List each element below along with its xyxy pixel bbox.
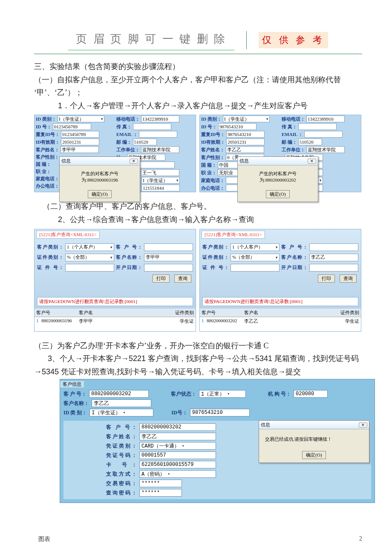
section3-heading: 三、实验结果（包含简要的实验步骤流程） <box>34 60 362 73</box>
a-id-type[interactable]: I（学生证） <box>58 116 104 122</box>
a-fax-label: 传 真： <box>116 124 132 130</box>
s1-intro-line2: ‘甲’、‘乙’）； <box>34 86 362 99</box>
qa-print-button[interactable]: 打印 <box>153 275 170 283</box>
b-fax-label: 传 真： <box>282 124 297 130</box>
c-status[interactable]: 1（正常） <box>199 390 246 398</box>
query-tab-b[interactable]: [5221]客户查询<XML:6311> <box>202 231 265 239</box>
qb-query-button[interactable]: 查询 <box>340 275 357 283</box>
b-email[interactable] <box>304 131 343 138</box>
table-row[interactable]: 18802000003196李甲甲学生证 <box>35 317 196 325</box>
a-work-label: 工作单位： <box>116 147 140 153</box>
a-id-no[interactable]: 0123456789 <box>53 123 91 130</box>
a-id-valid[interactable]: 20501231 <box>61 139 99 145</box>
b-work[interactable]: 蓝翔技术学院 <box>306 146 345 153</box>
ci-cert-type[interactable]: CARD（一卡通） <box>139 442 216 450</box>
qb-cust-type-label: 客户类别： <box>202 244 229 250</box>
qb-cust-type[interactable]: 1（个人客户） <box>231 243 280 251</box>
b-id-repeat-label: 重复ID号： <box>201 131 225 138</box>
b-sex-label: 客户性别： <box>201 154 225 161</box>
qb-cert-type-label: 证件类别： <box>202 254 229 260</box>
ci-draw[interactable]: A（密码） <box>139 470 216 478</box>
b-id-repeat[interactable]: 9876543210 <box>226 131 265 138</box>
success-ok-button[interactable]: 确定(O) <box>302 451 326 459</box>
c-idtype-label: ID 类 别： <box>63 409 87 416</box>
ci-cert-type-label: 凭证类别： <box>106 442 137 450</box>
a-haddr[interactable] <box>136 162 175 168</box>
ci-cert-no-label: 凭证号码： <box>106 452 137 459</box>
card-panel: 客户信息 客 户 号： 8802000003202 客户状态： 1（正常） 机 … <box>60 379 375 503</box>
qa-date[interactable] <box>144 264 193 272</box>
qa-cert-type[interactable]: %（全部） <box>65 254 114 261</box>
qa-cust-type[interactable]: 1（个人客户） <box>65 243 114 251</box>
success-dialog: 信息✕ 交易已经成功,请按回车键继续！ 确定(O) <box>259 420 369 463</box>
c-id-no[interactable]: 9876543210 <box>190 409 250 416</box>
a-id-repeat-label: 重复ID号： <box>36 131 60 138</box>
qb-cert-no[interactable] <box>231 264 280 272</box>
b-id-type[interactable]: I（学生证） <box>223 116 270 122</box>
a-id-valid-label: ID有效期： <box>36 139 60 145</box>
a-email[interactable] <box>139 131 177 138</box>
ci-txpwd[interactable]: ****** <box>139 480 182 487</box>
header-rule <box>34 54 362 54</box>
a-id-repeat[interactable]: 0123456789 <box>61 131 99 138</box>
qa-cert-no[interactable] <box>65 264 114 272</box>
b-job-label: 职 业： <box>201 170 216 176</box>
a-sex-label: 客户性别： <box>36 154 59 160</box>
c-id-type[interactable]: I（学生证） <box>89 409 153 416</box>
a-mgr-name[interactable]: 王一飞 <box>141 169 179 176</box>
qb-print-button[interactable]: 打印 <box>318 275 335 283</box>
qa-cust-name[interactable]: 李甲甲 <box>144 254 193 261</box>
a-dialog-ok-button[interactable]: 确定(O) <box>88 190 111 198</box>
ci-qrypwd[interactable]: ****** <box>139 489 182 497</box>
ci-cust-name[interactable]: 李乙乙 <box>139 433 216 440</box>
close-icon[interactable]: ✕ <box>308 159 316 164</box>
ci-cust-no-label: 客 户 号： <box>106 424 137 431</box>
b-mobile-label: 移动电话： <box>282 116 305 122</box>
b-dialog-ok-button[interactable]: 确定(O) <box>266 190 289 198</box>
ci-card-no[interactable]: 62285601000015579 <box>139 461 216 468</box>
qa-cust-no[interactable] <box>144 243 193 251</box>
c-cust-name[interactable]: 李乙乙 <box>92 399 151 407</box>
close-icon[interactable]: ✕ <box>130 159 138 164</box>
a-mgr-id[interactable]: 121551844 <box>141 185 180 191</box>
c-org[interactable]: 020080 <box>294 390 328 398</box>
qb-date[interactable] <box>309 264 358 272</box>
qa-cert-no-label: 证 件 号： <box>37 264 63 271</box>
cust-a-panel: ID 类别：I（学生证） ID 号：0123456789 重复ID号：01234… <box>34 115 196 192</box>
ci-cert-no[interactable]: 00001557 <box>139 451 216 459</box>
ci-cust-no[interactable]: 8802000003202 <box>139 423 216 431</box>
a-fax[interactable] <box>133 123 171 130</box>
qb-cust-no-label: 客 户 号： <box>281 244 308 250</box>
table-row[interactable]: 18802000003202李乙乙学生证 <box>200 317 361 325</box>
qb-cust-no[interactable] <box>309 243 358 251</box>
qb-date-label: 开户日期： <box>281 264 308 271</box>
a-mgr-idtype[interactable]: I（学生证） <box>141 177 180 184</box>
qb-cert-type[interactable]: %（全部） <box>231 254 280 261</box>
card-title: 客户信息 <box>60 381 84 387</box>
b-name[interactable]: 李乙乙 <box>226 146 264 153</box>
s1-screenshots: ID 类别：I（学生证） ID 号：0123456789 重复ID号：01234… <box>34 115 362 192</box>
c-id-no-label: ID号： <box>171 409 187 416</box>
header-title: 页 眉 页 脚 可 一 键 删 除 <box>68 30 234 50</box>
b-id-no[interactable]: 9876543210 <box>218 123 257 130</box>
a-id-no-label: ID 号： <box>36 124 52 130</box>
a-mobile[interactable]: 13422389910 <box>141 116 179 122</box>
a-name[interactable]: 李甲甲 <box>61 146 99 153</box>
qa-query-button[interactable]: 查询 <box>174 275 191 283</box>
b-id-type-label: ID 类别： <box>201 116 222 122</box>
query-tab-a[interactable]: [5221]客户查询<XML:6311> <box>36 231 100 239</box>
s3-intro: （三）为客户乙办理‘开卡本客户’业务，开办一张空白的银行一卡通 C <box>34 339 362 353</box>
a-post[interactable]: 510520 <box>133 139 157 145</box>
a-work[interactable]: 蓝翔技术学院 <box>141 146 179 153</box>
c-cust-no-label: 客 户 号： <box>63 390 86 398</box>
b-work-label: 工作单位： <box>282 147 305 153</box>
c-cust-no[interactable]: 8802000003202 <box>89 390 149 398</box>
qa-cust-name-label: 客户名称： <box>116 254 142 260</box>
b-id-valid[interactable]: 20501231 <box>226 139 265 145</box>
ci-qrypwd-label: 查询密码： <box>106 489 137 497</box>
qb-cust-name[interactable]: 李乙乙 <box>309 254 358 261</box>
close-icon[interactable]: ✕ <box>359 422 367 428</box>
b-post[interactable]: 510520 <box>298 139 322 145</box>
b-mobile[interactable]: 13422389910 <box>306 116 345 122</box>
b-fax[interactable] <box>298 123 337 130</box>
